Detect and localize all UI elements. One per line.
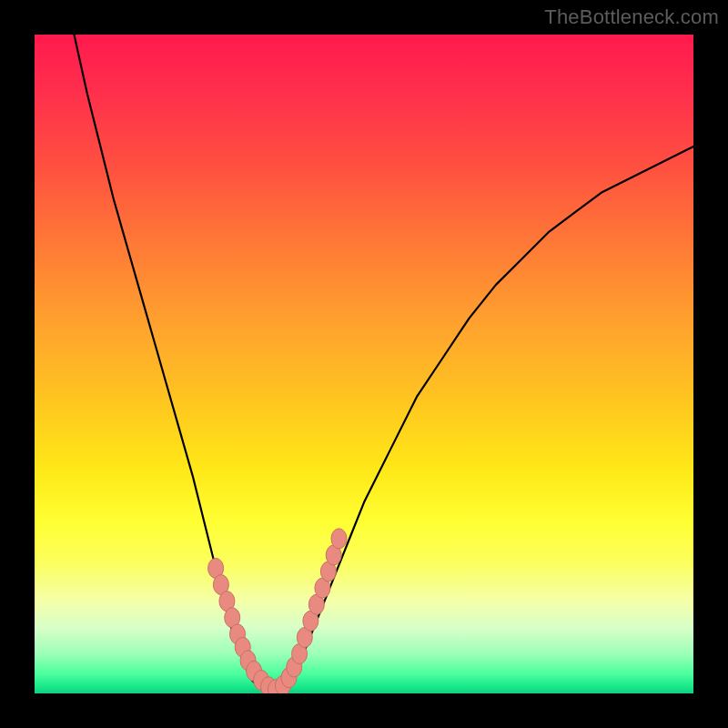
watermark-text: TheBottleneck.com	[544, 5, 719, 29]
bottleneck-curve	[74, 35, 693, 690]
plot-area	[35, 35, 693, 693]
chart-frame: TheBottleneck.com	[0, 0, 728, 728]
chart-svg	[35, 35, 693, 693]
data-marker	[331, 529, 347, 549]
